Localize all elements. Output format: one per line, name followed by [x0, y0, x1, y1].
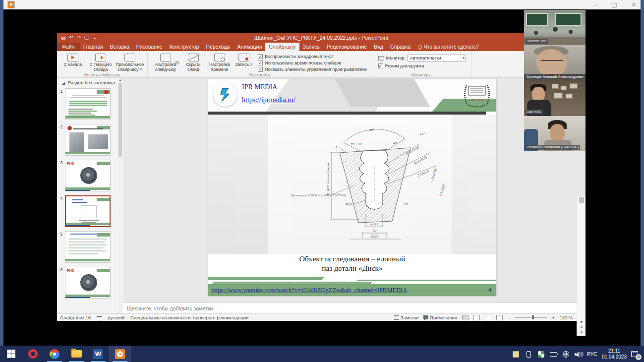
usb-icon[interactable] [525, 350, 533, 358]
show-media-controls-checkbox[interactable]: ✓ Показать элементы управления проигрыва… [258, 67, 367, 72]
play-narrations-checkbox[interactable]: ✓ Воспроизвести закадровый текст [258, 54, 367, 59]
monitor-dropdown[interactable]: Автоматически ▾ [408, 55, 466, 61]
from-current-button[interactable]: С текущего слайда [87, 52, 115, 72]
participant-video-2[interactable]: Солнцев Алексей Александрович [524, 45, 585, 80]
use-timings-checkbox[interactable]: ✓ Использовать время показа слайдов [258, 60, 367, 65]
tab-review[interactable]: Рецензирование [323, 43, 370, 51]
slide-canvas[interactable]: IPR MEDIA https://iprmedia.ru/ [123, 78, 585, 302]
setup-slideshow-button[interactable]: Настройка слайд-шоу [150, 52, 181, 72]
record-button[interactable]: Запись ˅ [234, 52, 254, 72]
hide-slide-button[interactable]: Скрыть слайд [181, 52, 205, 72]
tray-app-icon[interactable] [513, 350, 521, 358]
volume-icon[interactable]: ))) [575, 350, 583, 358]
slide-thumbnail-1[interactable]: 1 [58, 88, 122, 120]
group-start-slideshow: С начала С текущего слайда Произвольное … [57, 51, 148, 77]
ipr-media-url-link[interactable]: https://iprmedia.ru/ [242, 96, 295, 104]
slide-thumbnail-3[interactable]: 3 РИЗ [58, 160, 122, 191]
scrollbar-thumb[interactable] [579, 197, 584, 203]
scroll-down-icon[interactable]: ▼ [577, 320, 586, 325]
battery-icon[interactable] [550, 350, 558, 358]
comments-toggle-button[interactable]: Примечания [423, 315, 457, 320]
slide-caption[interactable]: Объект исследования – елочный паз детали… [208, 254, 496, 273]
panel-scrollbar[interactable]: ▲ [118, 78, 122, 313]
defender-icon[interactable] [537, 350, 545, 358]
hide-slide-icon [188, 54, 199, 61]
svg-text:56,86: 56,86 [370, 235, 378, 239]
taskbar-media-app[interactable] [109, 346, 131, 362]
slide-thumbnail-6[interactable]: 6 РИЗ [58, 267, 122, 299]
host-close-button[interactable]: ✕ [631, 1, 637, 8]
clock[interactable]: 21:11 01.04.2023 [602, 348, 627, 360]
group-label: Начать слайд-шоу [57, 72, 147, 77]
slide-thumbnail-4-selected[interactable]: 4 [58, 195, 122, 227]
previous-slide-button[interactable]: ≛ [577, 325, 586, 330]
tab-slideshow[interactable]: Слайд-шоу [265, 43, 299, 51]
ppt-titlebar[interactable]: ▤ ↶ ↷ 🖵 ⌄ Шаблон_ОмГУПС_РККТУ_24.03.2022… [57, 33, 585, 43]
participant-video-1[interactable]: Science kitu [524, 10, 585, 45]
slideshow-view-button[interactable] [496, 315, 503, 320]
svg-text:З: З [336, 145, 338, 149]
main-scrollbar[interactable]: ▼ ≛ ≛ [577, 196, 585, 336]
display-settings-icon[interactable] [97, 316, 102, 320]
zoom-level[interactable]: 110 % [560, 315, 573, 320]
tab-insert[interactable]: Вставка [107, 43, 133, 51]
start-button[interactable] [0, 346, 22, 362]
language-indicator[interactable]: русский [108, 315, 124, 320]
participant-name-label: Рахмаев Рахимжан (ОмГУПС) [525, 145, 580, 150]
svg-text:45°: 45° [393, 141, 398, 145]
network-icon[interactable] [562, 350, 570, 358]
host-minimize-button[interactable]: – [594, 1, 597, 8]
participant-video-3[interactable]: ОмГУПС [524, 81, 585, 116]
next-slide-button[interactable]: ≛ [577, 330, 586, 335]
from-start-button[interactable]: С начала [59, 52, 87, 72]
scrollbar-thumb[interactable] [118, 83, 122, 157]
tab-file[interactable]: Файл [57, 43, 80, 51]
tab-record[interactable]: Запись [299, 43, 323, 51]
notes-toggle-button[interactable]: Заметки [394, 315, 418, 320]
normal-view-button[interactable] [462, 315, 468, 320]
tab-draw[interactable]: Рисование [133, 43, 166, 51]
rehearse-timings-button[interactable]: Настройка времени [205, 52, 234, 72]
zoom-in-button[interactable]: + [552, 315, 555, 320]
system-tray: ))) РУС 21:11 01.04.2023 5 [513, 348, 644, 360]
taskbar-explorer[interactable] [65, 346, 87, 362]
accessibility-checker[interactable]: Специальные возможности: проверьте реком… [130, 315, 248, 320]
zoom-out-button[interactable]: – [508, 315, 510, 320]
svg-text:R0,6: R0,6 [345, 202, 352, 206]
taskbar-chrome[interactable] [44, 346, 65, 362]
slide-thumbnail-2[interactable]: 2 [58, 124, 122, 156]
tab-design[interactable]: Конструктор [166, 43, 203, 51]
zoom-slider-thumb[interactable] [532, 315, 534, 319]
participant-video-4[interactable]: Рахмаев Рахимжан (ОмГУПС) [524, 116, 585, 151]
tab-home[interactable]: Главная [80, 43, 107, 51]
zoom-slider[interactable] [515, 317, 547, 318]
media-player-icon [115, 349, 125, 359]
desktop: – ▢ ✕ ▤ ↶ ↷ 🖵 ⌄ Шаблон_ОмГУПС_РККТУ_24.0… [0, 0, 644, 362]
slide-header: IPR MEDIA https://iprmedia.ru/ [208, 79, 496, 112]
taskbar-opera[interactable] [22, 346, 44, 362]
tab-view[interactable]: Вид [370, 43, 387, 51]
custom-slideshow-button[interactable]: Произвольное слайд-шоу ˅ [115, 52, 145, 72]
slide-thumbnail-5[interactable]: 5 [58, 231, 122, 263]
slide-4[interactable]: IPR MEDIA https://iprmedia.ru/ [208, 79, 496, 296]
taskbar-word[interactable]: W [87, 346, 109, 362]
section-header[interactable]: ◢ Раздел без заголовка [57, 78, 123, 86]
monitor-icon [378, 56, 384, 60]
ipr-media-link[interactable]: IPR MEDIA [242, 83, 277, 91]
group-monitors: Монитор: Автоматически ▾ ✓ Режим докладч… [372, 51, 471, 77]
scroll-up-icon[interactable]: ▲ [118, 78, 122, 82]
language-switcher[interactable]: РУС [587, 351, 597, 357]
presenter-view-checkbox[interactable]: ✓ Режим докладчика [378, 63, 466, 68]
slide-sorter-view-button[interactable] [473, 315, 480, 320]
tab-help[interactable]: Справка [387, 43, 414, 51]
tell-me-search[interactable]: Что вы хотите сделать? [414, 43, 483, 51]
host-window-titlebar[interactable]: – ▢ ✕ [3, 0, 641, 9]
tab-animations[interactable]: Анимация [234, 43, 265, 51]
slide-thumbnail-panel: ◢ Раздел без заголовка 1 [57, 78, 123, 313]
notes-pane[interactable]: Щелкните, чтобы добавить заметки [123, 302, 585, 313]
youtube-link[interactable]: https://www.youtube.com/watch?v=1UsHtZGp… [211, 287, 407, 294]
host-maximize-button[interactable]: ▢ [611, 1, 617, 8]
notification-center[interactable]: 5 [631, 350, 639, 358]
reading-view-button[interactable] [485, 315, 491, 320]
tab-transitions[interactable]: Переходы [203, 43, 234, 51]
